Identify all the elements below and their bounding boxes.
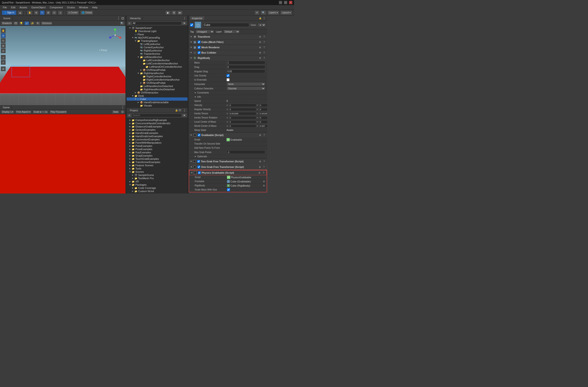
audio-toggle[interactable]: 🔊 — [24, 21, 29, 25]
cloud-btn[interactable]: ☁ — [17, 10, 23, 15]
tree-item[interactable]: 📷RightEyeAnchor — [127, 49, 188, 52]
tree-item[interactable]: ►📦OVRHandPrefab — [127, 81, 188, 85]
gizmos-dropdown[interactable]: Gizmos ▾ — [41, 21, 53, 25]
tree-item[interactable]: 📁LeftControllerAnchor — [127, 59, 188, 62]
project-tree-item[interactable]: ►📁Editor Coroutines — [127, 193, 188, 193]
mesh-filter-settings-icon[interactable]: ⚙ — [258, 40, 262, 44]
tree-item[interactable]: 📁RightControllerInHandAnchor — [127, 78, 188, 81]
scene-panel-menu-icon[interactable]: ⋮ — [117, 16, 120, 20]
hand-scene-tool[interactable]: ✋ — [1, 28, 5, 33]
play-button[interactable]: ▶ — [165, 10, 171, 15]
tree-item[interactable]: ▼◻Cube — [127, 97, 188, 101]
collision-detection-select[interactable]: Discrete — [227, 87, 265, 90]
active-checkbox[interactable] — [190, 23, 193, 26]
tree-item[interactable]: ▼📷MyOVRCameraRig — [127, 36, 188, 39]
physics-grabbable-header[interactable]: ▼ Physics Grabbable (Script) ⚙ ? — [189, 170, 267, 175]
project-tree-item[interactable]: ►📁TouchGrabExamples — [127, 157, 188, 160]
box-collider-header[interactable]: ▼ □ Box Collider ⚙ ? — [189, 50, 267, 55]
mesh-renderer-header[interactable]: ▼ ▦ Mesh Renderer ⚙ ? — [189, 45, 267, 50]
inspector-panel-menu[interactable]: ⋮ — [263, 16, 266, 20]
scene-view[interactable]: ✋ ⊕ ↻ ⊞ ⊡ ⊿ ⊙ ⊞ < Persp Y — [0, 26, 126, 105]
inertia-x[interactable] — [229, 112, 256, 115]
project-tree-item[interactable]: ►📁HandGrabUseExamples — [127, 135, 188, 138]
menu-component[interactable]: Component — [48, 6, 64, 9]
project-tree-item[interactable]: ►📁Custom NUnit — [127, 190, 188, 193]
search-btn[interactable]: 🔍 — [260, 10, 266, 15]
use-gravity-checkbox[interactable] — [227, 74, 230, 77]
box-collider-question-icon[interactable]: ? — [263, 51, 266, 54]
scene-gizmo[interactable]: Y X Z — [108, 28, 122, 42]
tree-item[interactable]: 📷TrackerAnchor — [127, 52, 188, 55]
project-tree-item[interactable]: ►📁Code Coverage — [127, 186, 188, 190]
menu-file[interactable]: File — [1, 6, 9, 9]
mesh-renderer-question-icon[interactable]: ? — [263, 46, 266, 49]
tree-item[interactable]: ▼📁TrackingSpace — [127, 39, 188, 43]
tag-select[interactable]: Untagged — [196, 30, 214, 33]
transform-question-icon[interactable]: ? — [263, 35, 266, 38]
hierarchy-filter-btn[interactable]: ▼ — [182, 22, 187, 25]
rotate-scene-tool[interactable]: ↻ — [1, 38, 5, 43]
menu-oculus[interactable]: Oculus — [65, 6, 77, 9]
project-panel-menu[interactable]: ⋮ — [183, 109, 186, 112]
box-collider-settings-icon[interactable]: ⚙ — [258, 51, 262, 54]
tree-item[interactable]: ▼📁RightHandAnchor — [127, 71, 188, 75]
one-grab-settings-icon[interactable]: ⚙ — [258, 165, 261, 169]
gizmos-game-btn[interactable]: G — [120, 110, 125, 114]
scale-tool[interactable]: ⊞ — [46, 10, 51, 15]
tree-item[interactable]: 💡Directional Light — [127, 30, 188, 33]
tree-item[interactable]: 📷CenterEyeAnchor — [127, 46, 188, 49]
close-btn[interactable]: ✕ — [289, 1, 292, 4]
is-kinematic-checkbox[interactable] — [227, 78, 230, 81]
scale-dropdown[interactable]: Scale ●── 1x — [33, 110, 49, 114]
rigidbody-question-icon[interactable]: ? — [263, 56, 266, 60]
collab-btn[interactable]: ⟳ — [254, 10, 259, 15]
grabbable-checkbox[interactable] — [198, 134, 200, 137]
rigidbody-header[interactable]: ▼ ⚙ Rigidbody ⚙ ? — [189, 55, 267, 61]
physics-grab-checkbox[interactable] — [198, 171, 201, 174]
two-grab-settings-icon[interactable]: ⚙ — [258, 160, 262, 163]
hierarchy-search[interactable] — [132, 22, 182, 25]
tree-item[interactable]: 📷LeftEyeAnchor — [127, 43, 188, 46]
project-tree-item[interactable]: ►📁TransformerExamples — [127, 160, 188, 164]
menu-help[interactable]: Help — [90, 6, 99, 9]
mesh-filter-header[interactable]: ▼ ▦ Cube (Mesh Filter) ⚙ ? — [189, 40, 267, 45]
tree-item[interactable]: 📁LeftHandOnControllerAnchor — [127, 65, 188, 68]
project-tree-item[interactable]: ►📁TextMesh Pro — [127, 177, 188, 180]
physics-grab-question-icon[interactable]: ? — [262, 171, 265, 174]
step-button[interactable]: ⏭ — [177, 10, 183, 15]
box-collider-checkbox[interactable] — [198, 51, 200, 54]
two-grab-checkbox[interactable] — [197, 160, 200, 163]
world-com-y[interactable] — [259, 124, 267, 128]
light-toggle[interactable]: 💡 — [19, 21, 24, 25]
world-com-x[interactable] — [229, 124, 256, 128]
scene-tab[interactable]: Scene — [1, 16, 12, 20]
project-tree-item[interactable]: ►📁PoseExamples — [127, 148, 188, 151]
game-view[interactable] — [0, 114, 126, 193]
angular-drag-input[interactable] — [227, 69, 265, 73]
project-tree-item[interactable]: ►📁Feature Scenes — [127, 164, 188, 167]
interpolate-select[interactable]: None — [227, 82, 265, 86]
pointable-select-icon[interactable]: ⊙ — [263, 180, 265, 183]
mesh-filter-checkbox[interactable] — [198, 41, 200, 44]
pivot-btn[interactable]: ⊙ Center — [67, 10, 79, 15]
project-tree-item[interactable]: ►🎬SampleScene — [127, 173, 188, 177]
play-focused-dropdown[interactable]: Play Focused ▾ — [49, 110, 67, 114]
shaded-dropdown[interactable]: Shaded ▾ — [1, 21, 13, 25]
inertia-rot-x[interactable] — [229, 116, 256, 119]
tree-item[interactable]: 📁LeftHandAnchorDetached — [127, 85, 188, 88]
physics-grab-settings-icon[interactable]: ⚙ — [258, 171, 261, 174]
tree-item[interactable]: 📁RightHandAnchorDetached — [127, 88, 188, 91]
local-com-y[interactable] — [259, 120, 267, 124]
tree-item[interactable]: 📁RightControllerAnchor — [127, 75, 188, 78]
two-grab-header[interactable]: ▼ Two Grab Free Transformer (Script) ⚙ ? — [189, 159, 267, 164]
rigidbody-settings-icon[interactable]: ⚙ — [258, 56, 262, 60]
global-btn[interactable]: 🌐 Global — [80, 10, 93, 15]
hierarchy-add-btn[interactable]: + — [127, 22, 131, 25]
project-add-btn[interactable]: + — [127, 114, 131, 117]
menu-assets[interactable]: Assets — [18, 6, 29, 9]
tree-item[interactable]: ▼📁LeftHandAnchor — [127, 55, 188, 59]
rotate-tool[interactable]: ↻ — [40, 10, 45, 15]
velocity-x[interactable] — [229, 104, 256, 107]
stats-btn[interactable]: Stats — [112, 110, 120, 114]
angular-velocity-y[interactable] — [259, 108, 267, 111]
